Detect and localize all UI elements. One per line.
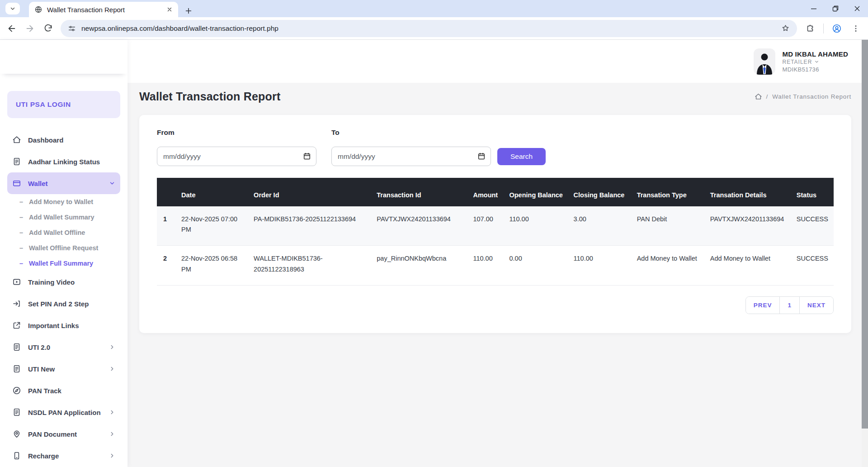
from-date-field[interactable] xyxy=(157,147,316,166)
user-meta: MD IKBAL AHAMED RETAILER MDIKB51736 xyxy=(783,50,849,73)
page-title: Wallet Transaction Report xyxy=(139,90,280,103)
cell-transaction-id: PAVTXJWX24201133694 xyxy=(372,206,468,246)
reload-button[interactable] xyxy=(41,21,55,36)
sidebar-item-recharge[interactable]: Recharge xyxy=(7,445,120,467)
cell-amount: 110.00 xyxy=(468,246,505,285)
url-text[interactable]: newpsa.onlinepsa.com/dashboard/wallet-tr… xyxy=(81,24,776,33)
page: UTI PSA LOGIN Dashboard Aadhar Linking S… xyxy=(0,40,868,467)
chevron-down-icon xyxy=(9,5,16,12)
sidebar-item-important-links[interactable]: Important Links xyxy=(7,315,120,336)
sidebar-item-training-video[interactable]: Training Video xyxy=(7,271,120,293)
tab-search-chevron-button[interactable] xyxy=(5,3,20,14)
sidebar-item-pan-document[interactable]: PAN Document xyxy=(7,423,120,445)
window-minimize-button[interactable] xyxy=(803,0,825,17)
breadcrumb-current: Wallet Transaction Report xyxy=(772,93,851,100)
user-menu[interactable]: MD IKBAL AHAMED RETAILER MDIKB51736 xyxy=(754,48,849,75)
sidebar-item-set-pin-and-2-step[interactable]: Set PIN And 2 Step xyxy=(7,293,120,315)
search-button[interactable]: Search xyxy=(497,148,546,165)
forward-button[interactable] xyxy=(23,21,37,36)
user-role[interactable]: RETAILER xyxy=(783,59,849,65)
external-link-icon xyxy=(12,321,21,330)
report-card: From To xyxy=(139,115,851,333)
tab-close-icon[interactable] xyxy=(166,6,173,13)
cell-order-id: WALLET-MDIKB51736-20251122318963 xyxy=(249,246,372,285)
browser-toolbar: newpsa.onlinepsa.com/dashboard/wallet-tr… xyxy=(0,17,868,39)
filters: From To xyxy=(157,129,834,166)
sidebar-item-dashboard[interactable]: Dashboard xyxy=(7,129,120,151)
sidebar-subitem-wallet-full-summary[interactable]: – Wallet Full Summary xyxy=(7,256,120,271)
back-button[interactable] xyxy=(5,21,19,36)
extensions-button[interactable] xyxy=(802,21,818,36)
title-row: Wallet Transaction Report / Wallet Trans… xyxy=(139,90,851,103)
cell-opening-balance: 0.00 xyxy=(505,246,569,285)
cell-status: SUCCESS xyxy=(792,206,834,246)
sidebar-item-nsdl-pan-application[interactable]: NSDL PAN Application xyxy=(7,401,120,423)
pagination-group: PREV 1 NEXT xyxy=(745,296,834,314)
sidebar-item-uti-2-0[interactable]: UTI 2.0 xyxy=(7,336,120,358)
page-scrollbar[interactable] xyxy=(862,40,868,467)
tab-title: Wallet Transaction Report xyxy=(47,6,162,14)
chevron-down-icon xyxy=(109,180,115,186)
to-date-input[interactable] xyxy=(332,147,491,166)
browser-menu-button[interactable] xyxy=(848,21,863,36)
video-icon xyxy=(12,277,21,286)
prev-page-button[interactable]: PREV xyxy=(746,297,780,314)
chevron-right-icon xyxy=(109,366,115,372)
home-icon xyxy=(12,135,21,144)
chevron-right-icon xyxy=(109,409,115,415)
col-header-transation-type: Transation Type xyxy=(632,178,706,206)
url-bar[interactable]: newpsa.onlinepsa.com/dashboard/wallet-tr… xyxy=(61,20,797,37)
window-restore-button[interactable] xyxy=(825,0,846,17)
chevron-right-icon xyxy=(109,431,115,437)
breadcrumb-home-icon[interactable] xyxy=(755,93,762,100)
profile-button[interactable] xyxy=(829,21,844,36)
globe-favicon-icon xyxy=(34,5,42,14)
new-tab-button[interactable] xyxy=(184,7,193,15)
sidebar-subitem-wallet-offline-request[interactable]: – Wallet Offline Request xyxy=(7,240,120,256)
bookmark-star-icon[interactable] xyxy=(781,24,790,33)
cell-closing-balance: 3.00 xyxy=(569,206,632,246)
col-header-index xyxy=(157,178,177,206)
minimize-icon xyxy=(811,5,817,12)
window-controls xyxy=(803,0,868,17)
site-settings-icon[interactable] xyxy=(68,24,76,33)
sidebar-subitem-add-money-to-wallet[interactable]: – Add Money to Wallet xyxy=(7,194,120,210)
from-label: From xyxy=(157,129,316,137)
kebab-menu-icon xyxy=(852,24,860,33)
sidebar-item-pan-track[interactable]: PAN Track xyxy=(7,380,120,401)
scrollbar-thumb[interactable] xyxy=(862,40,868,429)
cell-closing-balance: 110.00 xyxy=(569,246,632,285)
brand-label: UTI PSA LOGIN xyxy=(16,100,71,109)
col-header-date: Date xyxy=(177,178,249,206)
reload-icon xyxy=(43,24,53,33)
table-header-row: Date Order Id Transaction Id Amount Open… xyxy=(157,178,834,206)
sidebar-subitem-add-wallet-offline[interactable]: – Add Wallet Offline xyxy=(7,225,120,240)
calendar-icon[interactable] xyxy=(303,152,311,160)
user-id: MDIKB51736 xyxy=(783,66,849,73)
document-icon xyxy=(12,343,21,352)
sidebar-item-label: PAN Track xyxy=(28,387,61,395)
table-row: 2 22-Nov-2025 06:58 PM WALLET-MDIKB51736… xyxy=(157,246,834,285)
sidebar-item-aadhar-linking-status[interactable]: Aadhar Linking Status xyxy=(7,151,120,172)
cell-transation-details: Add Money to Wallet xyxy=(706,246,792,285)
smartphone-icon xyxy=(12,451,21,460)
from-date-input[interactable] xyxy=(157,147,316,166)
sidebar-item-wallet[interactable]: Wallet xyxy=(7,172,120,194)
cell-transation-type: PAN Debit xyxy=(632,206,706,246)
calendar-icon[interactable] xyxy=(477,152,486,160)
chevron-right-icon xyxy=(109,453,115,459)
next-page-button[interactable]: NEXT xyxy=(799,297,833,314)
window-close-button[interactable] xyxy=(846,0,868,17)
puzzle-icon xyxy=(806,24,815,33)
person-suit-icon xyxy=(755,51,774,75)
page-number-button[interactable]: 1 xyxy=(779,297,799,314)
browser-tab[interactable]: Wallet Transaction Report xyxy=(29,2,178,17)
to-date-field[interactable] xyxy=(331,147,491,166)
dash-bullet: – xyxy=(19,260,23,267)
sidebar-subitem-add-wallet-summary[interactable]: – Add Wallet Summary xyxy=(7,210,120,225)
cell-transaction-id: pay_RinnONKbqWbcna xyxy=(372,246,468,285)
wallet-icon xyxy=(12,179,21,188)
sidebar-item-uti-new[interactable]: UTI New xyxy=(7,358,120,380)
breadcrumb: / Wallet Transaction Report xyxy=(755,93,851,100)
avatar xyxy=(754,48,775,75)
